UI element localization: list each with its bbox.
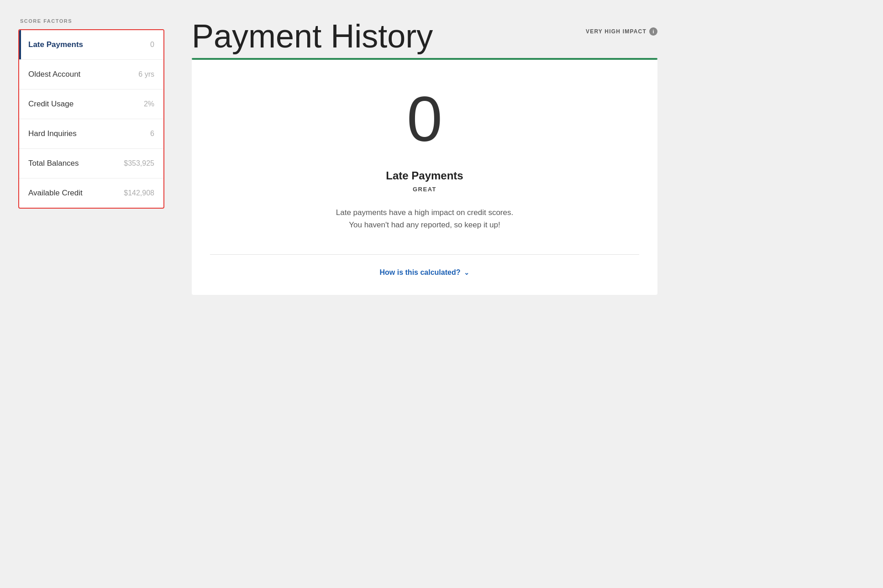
- big-number: 0: [407, 87, 442, 151]
- sidebar-item-oldest-account[interactable]: Oldest Account 6 yrs: [19, 60, 163, 89]
- score-factors-list: Late Payments 0 Oldest Account 6 yrs Cre…: [18, 29, 164, 209]
- chevron-down-icon: ⌄: [464, 269, 469, 276]
- sidebar-item-name: Late Payments: [28, 40, 83, 49]
- sidebar-item-late-payments[interactable]: Late Payments 0: [19, 30, 163, 60]
- sidebar-item-total-balances[interactable]: Total Balances $353,925: [19, 149, 163, 178]
- impact-badge: VERY HIGH IMPACT i: [586, 27, 657, 36]
- sidebar-item-value: 6: [150, 130, 154, 138]
- sidebar-item-name: Credit Usage: [28, 100, 74, 109]
- sidebar-item-available-credit[interactable]: Available Credit $142,908: [19, 178, 163, 208]
- detail-status: GREAT: [413, 186, 436, 193]
- sidebar-item-value: $353,925: [124, 159, 154, 168]
- info-icon[interactable]: i: [649, 27, 657, 36]
- detail-title: Late Payments: [386, 169, 463, 182]
- sidebar-item-name: Total Balances: [28, 159, 79, 168]
- sidebar-item-name: Hard Inquiries: [28, 129, 77, 138]
- impact-label: VERY HIGH IMPACT: [586, 28, 646, 35]
- page-title: Payment History: [192, 18, 433, 54]
- sidebar-item-hard-inquiries[interactable]: Hard Inquiries 6: [19, 119, 163, 149]
- divider-line: [210, 254, 639, 255]
- sidebar-item-value: 0: [150, 41, 154, 49]
- detail-description: Late payments have a high impact on cred…: [336, 206, 513, 231]
- detail-card: 0 Late Payments GREAT Late payments have…: [192, 60, 657, 294]
- sidebar-item-credit-usage[interactable]: Credit Usage 2%: [19, 89, 163, 119]
- sidebar: SCORE FACTORS Late Payments 0 Oldest Acc…: [18, 18, 164, 570]
- how-is-this-calculated-link[interactable]: How is this calculated? ⌄: [380, 268, 470, 277]
- sidebar-item-name: Oldest Account: [28, 70, 80, 79]
- score-factors-label: SCORE FACTORS: [18, 18, 164, 24]
- sidebar-item-name: Available Credit: [28, 189, 83, 198]
- sidebar-item-value: $142,908: [124, 189, 154, 197]
- sidebar-item-value: 6 yrs: [138, 70, 154, 79]
- page-container: SCORE FACTORS Late Payments 0 Oldest Acc…: [18, 18, 657, 570]
- page-header: Payment History VERY HIGH IMPACT i: [192, 18, 657, 54]
- main-content: Payment History VERY HIGH IMPACT i 0 Lat…: [192, 18, 657, 570]
- sidebar-item-value: 2%: [144, 100, 154, 108]
